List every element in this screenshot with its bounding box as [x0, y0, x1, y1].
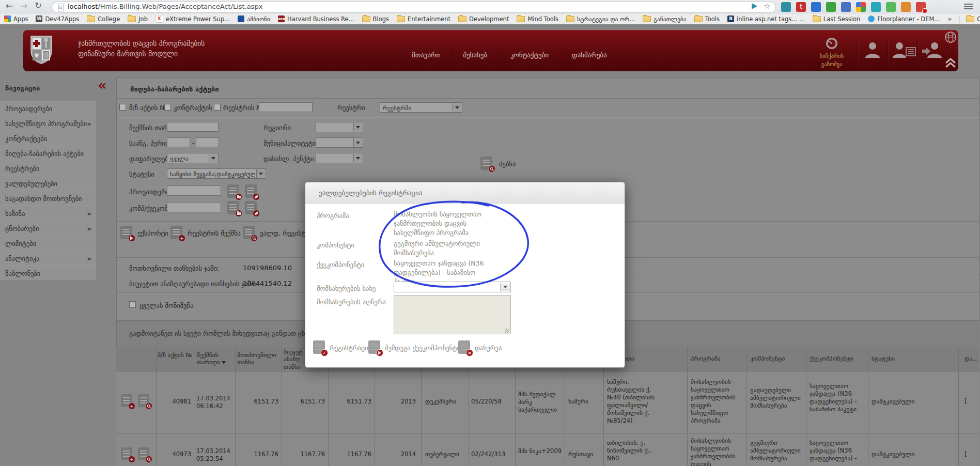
- browser-menu-icon[interactable]: [964, 4, 973, 10]
- speed-test-label-line1[interactable]: სიჩქარის: [814, 53, 850, 59]
- sidebar-item-limits[interactable]: ლიმიტები: [0, 236, 96, 251]
- sidebar-item-providers[interactable]: პროვაიდერები: [0, 101, 96, 116]
- provider-select-button[interactable]: [227, 184, 239, 198]
- send-to-device-icon[interactable]: [752, 3, 757, 9]
- bookmark-item[interactable]: ამბიონი: [238, 15, 270, 23]
- bookmark-item[interactable]: Tools: [694, 15, 720, 23]
- register-button[interactable]: რეგისტრაცია: [330, 344, 371, 352]
- select-all-checkbox[interactable]: [129, 301, 136, 308]
- hidden-select[interactable]: ყველა: [167, 153, 219, 163]
- register-obligation-button-icon[interactable]: [243, 226, 255, 239]
- sidebar-item-treasury[interactable]: ხაზინა»: [0, 206, 96, 221]
- component-filter-input[interactable]: [167, 202, 221, 212]
- sidebar-item-analytics[interactable]: ანალიტიკა»: [0, 251, 96, 266]
- period-from-input[interactable]: [167, 137, 190, 147]
- created-date-input[interactable]: [167, 122, 219, 132]
- settlement-select[interactable]: [316, 153, 363, 163]
- bookmark-item[interactable]: Job: [128, 15, 148, 23]
- row-view-button[interactable]: [138, 394, 149, 407]
- sidebar-item-contracts[interactable]: კონტრაქტები: [0, 131, 96, 146]
- bookmark-star-icon[interactable]: ☆: [764, 2, 770, 11]
- bookmark-item[interactable]: HBRHarvard Business Re...: [278, 15, 354, 23]
- nav-help[interactable]: დახმარება: [560, 51, 618, 59]
- column-header-status[interactable]: სტატუსი: [872, 355, 918, 362]
- other-bookmarks[interactable]: Other bookmarks: [959, 15, 980, 23]
- url[interactable]: localhost/Hmis.Billing.Web/Pages/Accepta…: [68, 3, 263, 10]
- forward-icon[interactable]: →: [18, 1, 30, 11]
- status-select[interactable]: საწყისი შეყვანა;დამტკიცებული: [167, 168, 266, 179]
- create-registry-button-icon[interactable]: +: [170, 226, 182, 239]
- bookmark-item[interactable]: Development: [458, 15, 509, 23]
- registry-no-checkbox[interactable]: [214, 104, 221, 111]
- close-button[interactable]: დახურვა: [475, 344, 502, 352]
- column-header-program[interactable]: პროგრამა: [691, 355, 742, 362]
- bookmark-item[interactable]: Mind Tools: [517, 15, 558, 23]
- sidebar-item-reference-books[interactable]: ცნობარები»: [0, 221, 96, 236]
- register-button-icon[interactable]: ✓: [313, 340, 325, 354]
- provider-input[interactable]: [167, 185, 221, 196]
- collapse-header-chevrons-icon[interactable]: [945, 57, 956, 68]
- bookmark-item[interactable]: WDev47Apps: [36, 15, 79, 23]
- municipality-select[interactable]: [316, 137, 363, 148]
- extension-icon-6[interactable]: [856, 2, 866, 12]
- dialog-title-bar[interactable]: ვალდებულებების რეგისტრაცია: [305, 182, 625, 204]
- row-add-button[interactable]: +: [121, 447, 132, 460]
- sidebar-item-state-programs[interactable]: სახელმწიფო პროგრამები»: [0, 116, 96, 131]
- extension-icon-1[interactable]: [781, 2, 791, 12]
- nav-home[interactable]: მთავარი: [400, 51, 451, 59]
- service-description-textarea[interactable]: [394, 295, 511, 334]
- nav-about[interactable]: შესახებ: [451, 51, 499, 59]
- bookmark-item[interactable]: Last Session: [813, 15, 861, 23]
- extension-icon-4[interactable]: [826, 2, 836, 12]
- row-view-button[interactable]: [138, 447, 149, 460]
- bookmark-item[interactable]: სტრატეგია და ორ...: [566, 15, 635, 23]
- period-to-input[interactable]: [196, 137, 219, 147]
- column-header-subcomponent[interactable]: ქვეკომპონენტი: [810, 355, 866, 362]
- sidebar-item-registries[interactable]: რეესტრები: [0, 161, 96, 176]
- extension-icon-9[interactable]: [901, 2, 911, 12]
- search-button-icon[interactable]: [480, 157, 492, 170]
- contract-no-checkbox[interactable]: [164, 104, 171, 111]
- create-registry-button[interactable]: რეესტრის შექმნა: [188, 229, 241, 237]
- back-icon[interactable]: ←: [3, 1, 15, 11]
- bookmark-item[interactable]: განათლება: [643, 15, 686, 23]
- registry-no-input[interactable]: [259, 102, 313, 112]
- user-list-icon[interactable]: [893, 41, 916, 58]
- bookmark-item[interactable]: Floorplanner - DEM...: [868, 15, 940, 23]
- extension-icon-7[interactable]: [871, 2, 881, 12]
- sidebar-item-payment-requests[interactable]: საგადახდო მოთხოვნები: [0, 191, 96, 206]
- component-clear-button[interactable]: [245, 201, 257, 214]
- bookmark-item[interactable]: Ninline asp.net tags... ...: [727, 15, 805, 23]
- row-add-button[interactable]: +: [121, 394, 132, 407]
- speed-test-label-line2[interactable]: გაზომვა: [814, 61, 850, 67]
- extension-icon-8[interactable]: [886, 2, 896, 12]
- bookmark-item[interactable]: Entertainment: [397, 15, 450, 23]
- next-subcomponent-button-icon[interactable]: [368, 340, 380, 354]
- extension-icon-3[interactable]: [811, 2, 821, 12]
- export-button-icon[interactable]: [120, 226, 132, 239]
- sidebar-item-templates[interactable]: შაბლონები: [0, 266, 96, 281]
- reload-icon[interactable]: ↻: [32, 1, 44, 10]
- extension-icon-2[interactable]: t: [796, 2, 806, 12]
- column-header-last[interactable]: და...: [965, 355, 979, 362]
- bookmark-item[interactable]: College: [87, 15, 120, 23]
- speed-test-icon[interactable]: [825, 36, 839, 51]
- sidebar-collapse-icon[interactable]: «: [98, 78, 106, 92]
- bookmarks-overflow-chevron[interactable]: »: [947, 15, 952, 23]
- search-button[interactable]: ძებნა: [499, 160, 516, 168]
- registry-select[interactable]: რეესტრში: [380, 102, 462, 113]
- close-button-icon[interactable]: ×: [458, 340, 470, 354]
- next-subcomponent-button[interactable]: შემდეგი ქვეკომპონენტი: [385, 344, 460, 352]
- provider-clear-button[interactable]: [245, 184, 257, 198]
- region-select[interactable]: [316, 122, 363, 132]
- bookmark-item[interactable]: Apps: [4, 15, 28, 23]
- sidebar-item-obligations[interactable]: ვალდებულებები: [0, 176, 96, 191]
- extension-icon-5[interactable]: [841, 2, 851, 12]
- user-profile-icon[interactable]: [864, 41, 881, 58]
- act-no-checkbox[interactable]: [119, 104, 126, 111]
- nav-contacts[interactable]: კონტაქტები: [499, 51, 560, 59]
- bookmark-item[interactable]: Blogs: [362, 15, 389, 23]
- logout-user-icon[interactable]: [922, 41, 943, 58]
- extension-icon-10[interactable]: [916, 2, 926, 12]
- bookmark-item[interactable]: XeXtreme Power Sup...: [155, 15, 230, 23]
